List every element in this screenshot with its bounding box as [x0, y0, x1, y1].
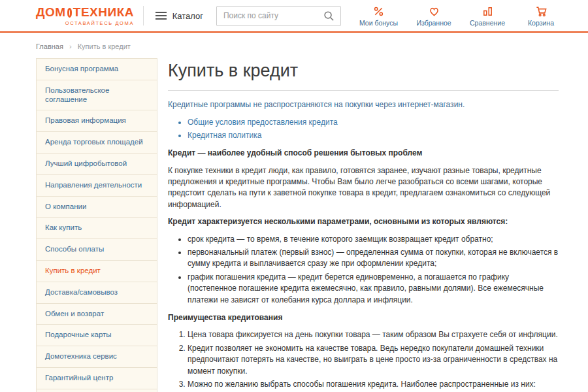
sidebar-item-payment-methods[interactable]: Способы оплаты	[36, 238, 157, 261]
title-divider	[168, 90, 559, 91]
sidebar-item-service[interactable]: Домотехника сервис	[36, 346, 157, 368]
logo-circle-icon	[67, 8, 72, 18]
sidebar-item-buy-on-credit[interactable]: Купить в кредит	[36, 260, 157, 282]
header-nav: Мои бонусы Избранное Сравнение Корзина	[341, 5, 559, 27]
list-item: Можно по желанию выбрать способы погашен…	[188, 379, 559, 392]
sidebar-item-bonus-program[interactable]: Бонусная программа	[36, 58, 157, 80]
catalog-label: Каталог	[172, 11, 203, 21]
nav-label-cart: Корзина	[528, 19, 554, 27]
paragraph-intro: К покупке техники в кредит люди, как пра…	[168, 165, 559, 211]
breadcrumb-separator: ›	[69, 42, 72, 50]
subheading-credit-params: Кредит характеризуется несколькими парам…	[168, 216, 559, 227]
sidebar-item-rent[interactable]: Аренда торговых площадей	[36, 131, 157, 154]
list-item: Общие условия предоставления кредита	[188, 117, 559, 128]
list-item: Цена товара фиксируется на день покупки …	[188, 329, 559, 340]
nav-item-bonuses[interactable]: Мои бонусы	[359, 5, 398, 27]
breadcrumb-home[interactable]: Главная	[36, 42, 63, 50]
catalog-button[interactable]: Каталог	[155, 11, 203, 21]
percent-icon	[372, 5, 385, 18]
link-credit-policy[interactable]: Кредитная политика	[188, 131, 261, 140]
search-box	[216, 6, 341, 26]
nav-label-bonuses: Мои бонусы	[359, 19, 398, 27]
list-item: срок кредита — то время, в течение котор…	[188, 234, 559, 245]
logo[interactable]: ДОМ ТЕХНИКА ОСТАВАЙТЕСЬ ДОМА	[36, 5, 134, 26]
breadcrumb: Главная › Купить в кредит	[0, 33, 588, 57]
sidebar-item-legal-info[interactable]: Правовая информация	[36, 110, 157, 132]
hamburger-icon	[155, 12, 167, 20]
nav-item-compare[interactable]: Сравнение	[470, 5, 505, 27]
logo-part2: ТЕХНИКА	[73, 5, 134, 20]
subheading-credit-convenient: Кредит — наиболее удобный способ решения…	[168, 148, 559, 159]
nav-label-compare: Сравнение	[470, 19, 505, 27]
link-general-conditions[interactable]: Общие условия предоставления кредита	[188, 118, 338, 127]
logo-part1: ДОМ	[36, 5, 66, 20]
page-body: Бонусная программа Пользовательское согл…	[0, 57, 588, 392]
sidebar-item-contacts[interactable]: Контакты	[36, 389, 157, 392]
sidebar-item-activities[interactable]: Направления деятельности	[36, 174, 157, 197]
list-item: Кредитная политика	[188, 130, 559, 141]
sidebar-item-how-to-buy[interactable]: Как купить	[36, 217, 157, 239]
intro-note: Кредитные программы не распространяются …	[168, 99, 559, 110]
search-icon[interactable]	[323, 9, 337, 24]
sidebar-item-warranty-center[interactable]: Гарантийный центр	[36, 367, 157, 389]
list-item-text: Можно по желанию выбрать способы погашен…	[188, 380, 536, 389]
advantages-list: Цена товара фиксируется на день покупки …	[168, 329, 559, 392]
compare-icon	[482, 5, 494, 18]
nav-item-cart[interactable]: Корзина	[523, 5, 559, 27]
list-item: график погашения кредита — кредит беретс…	[188, 272, 559, 306]
page-title: Купить в кредит	[168, 58, 559, 84]
sidebar-item-user-agreement[interactable]: Пользовательское соглашение	[36, 80, 157, 111]
sidebar-item-gift-cards[interactable]: Подарочные карты	[36, 324, 157, 346]
sidebar-item-about[interactable]: О компании	[36, 196, 157, 218]
header-divider	[143, 6, 144, 25]
main-content: Купить в кредит Кредитные программы не р…	[168, 58, 559, 392]
sidebar-item-delivery[interactable]: Доставка/самовывоз	[36, 282, 157, 304]
list-item: первоначальный платеж (первый взнос) — о…	[188, 247, 559, 270]
list-item: Кредит позволяет не экономить на качеств…	[188, 343, 559, 377]
cart-icon	[535, 5, 547, 18]
logo-text: ДОМ ТЕХНИКА	[36, 5, 134, 20]
header: ДОМ ТЕХНИКА ОСТАВАЙТЕСЬ ДОМА Каталог Мои…	[0, 0, 588, 33]
nav-label-favorites: Избранное	[416, 19, 451, 27]
logo-tagline: ОСТАВАЙТЕСЬ ДОМА	[36, 20, 134, 26]
subheading-advantages: Преимущества кредитования	[168, 312, 559, 323]
breadcrumb-current: Купить в кредит	[78, 42, 131, 50]
heart-icon	[428, 5, 440, 18]
credit-links-list: Общие условия предоставления кредита Кре…	[168, 117, 559, 142]
nav-item-favorites[interactable]: Избранное	[416, 5, 451, 27]
credit-params-list: срок кредита — то время, в течение котор…	[168, 234, 559, 306]
sidebar-item-exchange-return[interactable]: Обмен и возврат	[36, 303, 157, 325]
sidebar-menu: Бонусная программа Пользовательское согл…	[36, 58, 157, 392]
sidebar-item-best-digital[interactable]: Лучший цифробытовой	[36, 153, 157, 175]
